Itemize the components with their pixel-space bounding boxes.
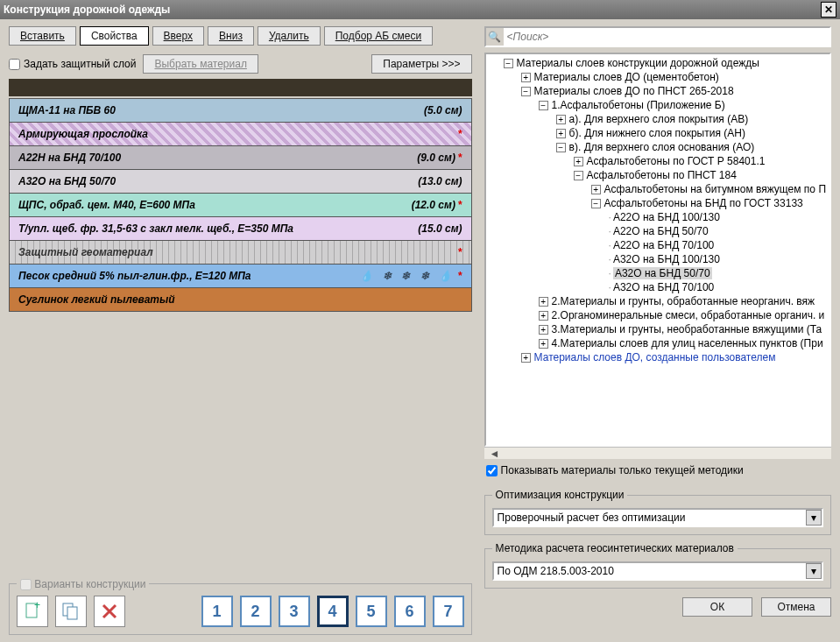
dark-header-bar xyxy=(9,79,472,96)
choose-material-button[interactable]: Выбрать материал xyxy=(143,54,258,74)
variant-5[interactable]: 5 xyxy=(356,596,387,627)
tree-node[interactable]: +2.Материалы и грунты, обработанные неор… xyxy=(486,294,829,308)
copy-variant-icon[interactable] xyxy=(55,596,87,627)
collapse-icon[interactable]: − xyxy=(521,87,531,96)
tree-node[interactable]: −1.Асфальтобетоны (Приложение Б) xyxy=(486,98,829,112)
parameters-button[interactable]: Параметры >>> xyxy=(371,54,471,74)
tree-node[interactable]: ·А32О на БНД 100/130 xyxy=(486,252,829,266)
close-icon[interactable]: ✕ xyxy=(821,2,836,18)
expand-icon[interactable]: + xyxy=(574,157,583,166)
up-button[interactable]: Вверх xyxy=(152,26,204,46)
chevron-down-icon[interactable]: ▾ xyxy=(806,563,822,579)
expand-icon[interactable]: + xyxy=(539,311,548,321)
variants-group: Варианты конструкции + 1234567 xyxy=(9,578,472,635)
properties-button[interactable]: Свойства xyxy=(80,26,149,46)
layer-row[interactable]: ЩМА-11 на ПБВ 60(5.0 см) xyxy=(9,98,472,123)
right-panel: 🔍 −Материалы слоев конструкции дорожной … xyxy=(481,19,840,642)
cancel-button[interactable]: Отмена xyxy=(761,597,831,617)
collapse-icon[interactable]: − xyxy=(574,171,583,180)
tree-label: А22О на БНД 70/100 xyxy=(613,239,714,251)
layer-row[interactable]: ЩПС, обраб. цем. М40, Е=600 МПа(12.0 см)… xyxy=(9,194,472,217)
materials-tree[interactable]: −Материалы слоев конструкции дорожной од… xyxy=(484,53,831,447)
horizontal-scrollbar[interactable]: ◄ xyxy=(484,447,831,459)
add-variant-icon[interactable]: + xyxy=(17,596,48,627)
layer-thickness: (9.0 см) xyxy=(417,152,455,164)
expand-icon[interactable]: + xyxy=(556,115,566,124)
star-icon: * xyxy=(458,246,462,258)
tree-label: А32О на БНД 100/130 xyxy=(613,253,720,265)
layer-name: Песок средний 5% пыл-глин.фр., Е=120 МПа xyxy=(18,270,251,282)
tree-node[interactable]: ·А32О на БНД 50/70 xyxy=(486,266,829,280)
collapse-icon[interactable]: − xyxy=(556,143,566,152)
down-button[interactable]: Вниз xyxy=(208,26,254,46)
tree-node[interactable]: −Материалы слоев конструкции дорожной од… xyxy=(486,56,829,70)
tree-node[interactable]: +б). Для нижнего слоя покрытия (АН) xyxy=(486,126,829,140)
tree-node[interactable]: +4.Материалы слоев для улиц населенных п… xyxy=(486,336,829,350)
protective-layer-checkbox[interactable]: Задать защитный слой xyxy=(9,58,136,70)
layer-name: ЩМА-11 на ПБВ 60 xyxy=(18,104,116,116)
variants-title: Варианты конструкции xyxy=(34,578,145,590)
variant-2[interactable]: 2 xyxy=(240,596,272,627)
optimization-dropdown[interactable]: Проверочный расчет без оптимизации ▾ xyxy=(492,508,823,527)
search-icon: 🔍 xyxy=(486,31,504,43)
tree-node[interactable]: +Материалы слоев ДО, созданные пользоват… xyxy=(486,350,829,364)
layer-thickness: (5.0 см) xyxy=(424,104,462,116)
variant-3[interactable]: 3 xyxy=(279,596,310,627)
variant-6[interactable]: 6 xyxy=(394,596,426,627)
ok-button[interactable]: ОК xyxy=(682,597,752,617)
variant-4[interactable]: 4 xyxy=(317,596,349,627)
toolbar: Вставить Свойства Вверх Вниз Удалить Под… xyxy=(9,26,472,46)
collapse-icon[interactable]: − xyxy=(504,59,513,68)
layer-row[interactable]: Армирующая прослойка* xyxy=(9,123,472,146)
expand-icon[interactable]: + xyxy=(521,353,531,363)
layer-row[interactable]: Защитный геоматериал* xyxy=(9,241,472,265)
mix-button[interactable]: Подбор АБ смеси xyxy=(324,26,433,46)
geosynth-group: Методика расчета геосинтетических матери… xyxy=(484,542,831,589)
tree-node[interactable]: +2.Органоминеральные смеси, обработанные… xyxy=(486,308,829,322)
layer-row[interactable]: Суглинок легкий пылеватый xyxy=(9,288,472,312)
collapse-icon[interactable]: − xyxy=(591,199,601,208)
tree-node[interactable]: −в). Для верхнего слоя основания (АО) xyxy=(486,140,829,154)
search-input[interactable] xyxy=(504,28,829,46)
tree-node[interactable]: +Асфальтобетоны на битумном вяжущем по П xyxy=(486,182,829,196)
layer-row[interactable]: Песок средний 5% пыл-глин.фр., Е=120 МПа… xyxy=(9,265,472,288)
variant-7[interactable]: 7 xyxy=(433,596,464,627)
delete-button[interactable]: Удалить xyxy=(258,26,321,46)
expand-icon[interactable]: + xyxy=(539,297,548,307)
expand-icon[interactable]: + xyxy=(591,185,601,194)
geosynth-title: Методика расчета геосинтетических матери… xyxy=(492,542,738,554)
tree-node[interactable]: +а). Для верхнего слоя покрытия (АВ) xyxy=(486,112,829,126)
snowflake-icon: 💧 ❄ ❄ ❄ 💧 xyxy=(360,270,455,282)
delete-variant-icon[interactable] xyxy=(94,596,125,627)
layer-name: Суглинок легкий пылеватый xyxy=(18,293,175,306)
tree-label: А22О на БНД 100/130 xyxy=(613,211,720,223)
collapse-icon[interactable]: − xyxy=(539,101,548,110)
tree-node[interactable]: ·А22О на БНД 100/130 xyxy=(486,210,829,224)
expand-icon[interactable]: + xyxy=(539,339,548,349)
current-method-checkbox[interactable] xyxy=(486,465,498,476)
tree-node[interactable]: ·А22О на БНД 70/100 xyxy=(486,238,829,252)
expand-icon[interactable]: + xyxy=(521,73,531,82)
chevron-down-icon[interactable]: ▾ xyxy=(806,510,822,526)
tree-node[interactable]: −Асфальтобетоны по ПНСТ 184 xyxy=(486,168,829,182)
tree-node[interactable]: +3.Материалы и грунты, необработанные вя… xyxy=(486,322,829,336)
svg-rect-3 xyxy=(67,607,77,619)
insert-button[interactable]: Вставить xyxy=(9,26,76,46)
tree-label: 3.Материалы и грунты, необработанные вяж… xyxy=(552,323,822,335)
tree-node[interactable]: +Асфальтобетоны по ГОСТ Р 58401.1 xyxy=(486,154,829,168)
tree-node[interactable]: +Материалы слоев ДО (цементобетон) xyxy=(486,70,829,84)
tree-label: Асфальтобетоны на битумном вяжущем по П xyxy=(604,183,826,195)
tree-label: 4.Материалы слоев для улиц населенных пу… xyxy=(552,337,823,349)
variant-1[interactable]: 1 xyxy=(201,596,233,627)
expand-icon[interactable]: + xyxy=(539,325,548,335)
layer-row[interactable]: Т/упл. щеб. фр. 31,5-63 с закл мелк. щеб… xyxy=(9,217,472,241)
tree-node[interactable]: −Асфальтобетоны на БНД по ГОСТ 33133 xyxy=(486,196,829,210)
tree-node[interactable]: ·А22О на БНД 50/70 xyxy=(486,224,829,238)
tree-node[interactable]: ·А32О на БНД 70/100 xyxy=(486,280,829,294)
layer-row[interactable]: А32О на БНД 50/70(13.0 см) xyxy=(9,170,472,194)
expand-icon[interactable]: + xyxy=(556,129,566,138)
geosynth-dropdown[interactable]: По ОДМ 218.5.003-2010 ▾ xyxy=(492,561,823,581)
tree-label: Асфальтобетоны по ГОСТ Р 58401.1 xyxy=(587,155,766,167)
tree-node[interactable]: −Материалы слоев ДО по ПНСТ 265-2018 xyxy=(486,84,829,98)
layer-row[interactable]: А22Н на БНД 70/100(9.0 см)* xyxy=(9,146,472,170)
